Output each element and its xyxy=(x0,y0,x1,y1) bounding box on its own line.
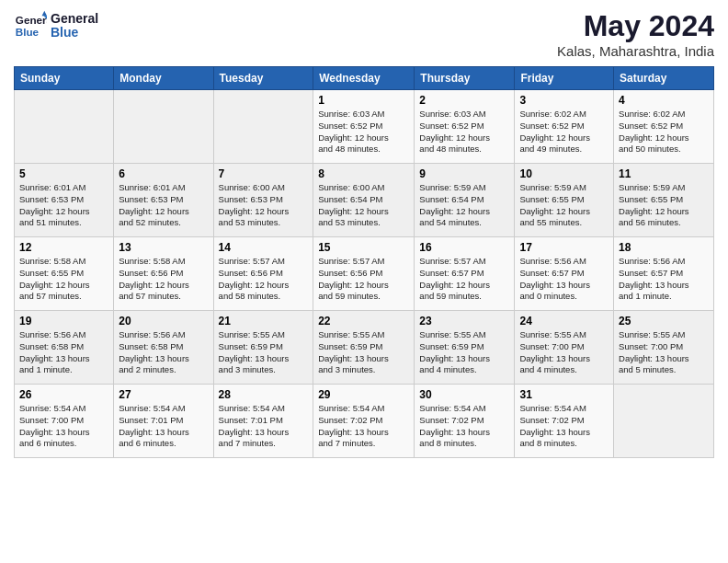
page-header: General Blue General Blue May 2024 Kalas… xyxy=(14,9,714,59)
day-number: 31 xyxy=(519,388,609,401)
day-number: 1 xyxy=(318,94,409,107)
page-subtitle: Kalas, Maharashtra, India xyxy=(557,43,714,59)
calendar-cell: 4Sunrise: 6:02 AM Sunset: 6:52 PM Daylig… xyxy=(614,90,714,164)
calendar-cell: 8Sunrise: 6:00 AM Sunset: 6:54 PM Daylig… xyxy=(313,164,415,237)
logo-icon: General Blue xyxy=(14,9,47,42)
calendar-cell: 27Sunrise: 5:54 AM Sunset: 7:01 PM Dayli… xyxy=(114,385,213,458)
calendar-cell: 6Sunrise: 6:01 AM Sunset: 6:53 PM Daylig… xyxy=(114,164,213,237)
calendar-cell: 11Sunrise: 5:59 AM Sunset: 6:55 PM Dayli… xyxy=(614,164,714,237)
day-info: Sunrise: 6:00 AM Sunset: 6:54 PM Dayligh… xyxy=(318,182,409,229)
day-info: Sunrise: 5:54 AM Sunset: 7:01 PM Dayligh… xyxy=(119,403,208,450)
logo: General Blue General Blue xyxy=(14,9,98,42)
day-number: 17 xyxy=(519,241,609,254)
day-number: 30 xyxy=(419,388,509,401)
day-number: 15 xyxy=(318,241,409,254)
day-number: 16 xyxy=(419,241,509,254)
logo-line2: Blue xyxy=(51,26,98,40)
day-number: 18 xyxy=(619,241,709,254)
day-info: Sunrise: 6:03 AM Sunset: 6:52 PM Dayligh… xyxy=(318,109,409,155)
day-info: Sunrise: 5:56 AM Sunset: 6:58 PM Dayligh… xyxy=(119,329,208,376)
day-info: Sunrise: 5:54 AM Sunset: 7:02 PM Dayligh… xyxy=(318,403,409,450)
day-info: Sunrise: 5:59 AM Sunset: 6:55 PM Dayligh… xyxy=(619,182,709,229)
day-info: Sunrise: 5:59 AM Sunset: 6:54 PM Dayligh… xyxy=(419,182,509,229)
day-number: 10 xyxy=(519,167,609,180)
column-header-tuesday: Tuesday xyxy=(213,67,313,90)
calendar-cell: 10Sunrise: 5:59 AM Sunset: 6:55 PM Dayli… xyxy=(515,164,614,237)
day-info: Sunrise: 5:54 AM Sunset: 7:01 PM Dayligh… xyxy=(219,403,309,450)
day-info: Sunrise: 5:54 AM Sunset: 7:02 PM Dayligh… xyxy=(519,403,609,450)
day-number: 14 xyxy=(219,241,309,254)
week-row-1: 1Sunrise: 6:03 AM Sunset: 6:52 PM Daylig… xyxy=(15,90,714,164)
calendar-cell: 2Sunrise: 6:03 AM Sunset: 6:52 PM Daylig… xyxy=(415,90,515,164)
day-number: 11 xyxy=(619,167,709,180)
day-number: 12 xyxy=(19,241,108,254)
column-header-thursday: Thursday xyxy=(415,67,515,90)
day-info: Sunrise: 6:01 AM Sunset: 6:53 PM Dayligh… xyxy=(119,182,208,229)
day-info: Sunrise: 5:59 AM Sunset: 6:55 PM Dayligh… xyxy=(519,182,609,229)
title-block: May 2024 Kalas, Maharashtra, India xyxy=(557,9,714,59)
day-info: Sunrise: 5:55 AM Sunset: 6:59 PM Dayligh… xyxy=(318,329,409,376)
day-number: 21 xyxy=(219,315,309,327)
calendar-cell: 13Sunrise: 5:58 AM Sunset: 6:56 PM Dayli… xyxy=(114,237,213,311)
calendar-cell: 1Sunrise: 6:03 AM Sunset: 6:52 PM Daylig… xyxy=(313,90,415,164)
calendar-cell: 19Sunrise: 5:56 AM Sunset: 6:58 PM Dayli… xyxy=(15,311,114,385)
calendar-cell: 21Sunrise: 5:55 AM Sunset: 6:59 PM Dayli… xyxy=(213,311,313,385)
week-row-4: 19Sunrise: 5:56 AM Sunset: 6:58 PM Dayli… xyxy=(15,311,714,385)
week-row-5: 26Sunrise: 5:54 AM Sunset: 7:00 PM Dayli… xyxy=(15,385,714,458)
day-number: 29 xyxy=(318,388,409,401)
day-number: 3 xyxy=(519,94,609,107)
calendar-cell xyxy=(114,90,213,164)
day-info: Sunrise: 5:55 AM Sunset: 6:59 PM Dayligh… xyxy=(419,329,509,376)
calendar-cell: 17Sunrise: 5:56 AM Sunset: 6:57 PM Dayli… xyxy=(515,237,614,311)
calendar-cell: 31Sunrise: 5:54 AM Sunset: 7:02 PM Dayli… xyxy=(515,385,614,458)
day-info: Sunrise: 5:56 AM Sunset: 6:58 PM Dayligh… xyxy=(19,329,108,376)
calendar-cell xyxy=(213,90,313,164)
day-info: Sunrise: 5:55 AM Sunset: 7:00 PM Dayligh… xyxy=(619,329,709,376)
column-header-monday: Monday xyxy=(114,67,213,90)
calendar-cell xyxy=(614,385,714,458)
column-header-friday: Friday xyxy=(515,67,614,90)
calendar-cell: 9Sunrise: 5:59 AM Sunset: 6:54 PM Daylig… xyxy=(415,164,515,237)
calendar-cell: 25Sunrise: 5:55 AM Sunset: 7:00 PM Dayli… xyxy=(614,311,714,385)
day-number: 25 xyxy=(619,315,709,327)
calendar-cell xyxy=(15,90,114,164)
calendar-cell: 14Sunrise: 5:57 AM Sunset: 6:56 PM Dayli… xyxy=(213,237,313,311)
day-number: 5 xyxy=(19,167,108,180)
day-info: Sunrise: 5:54 AM Sunset: 7:00 PM Dayligh… xyxy=(19,403,108,450)
calendar-cell: 12Sunrise: 5:58 AM Sunset: 6:55 PM Dayli… xyxy=(15,237,114,311)
calendar-cell: 3Sunrise: 6:02 AM Sunset: 6:52 PM Daylig… xyxy=(515,90,614,164)
day-info: Sunrise: 6:00 AM Sunset: 6:53 PM Dayligh… xyxy=(219,182,309,229)
day-number: 8 xyxy=(318,167,409,180)
calendar-table: SundayMondayTuesdayWednesdayThursdayFrid… xyxy=(14,66,714,458)
day-info: Sunrise: 6:03 AM Sunset: 6:52 PM Dayligh… xyxy=(419,109,509,155)
column-header-sunday: Sunday xyxy=(15,67,114,90)
calendar-cell: 15Sunrise: 5:57 AM Sunset: 6:56 PM Dayli… xyxy=(313,237,415,311)
column-header-saturday: Saturday xyxy=(614,67,714,90)
day-number: 28 xyxy=(219,388,309,401)
day-info: Sunrise: 6:02 AM Sunset: 6:52 PM Dayligh… xyxy=(519,109,609,155)
day-number: 19 xyxy=(19,315,108,327)
day-info: Sunrise: 5:56 AM Sunset: 6:57 PM Dayligh… xyxy=(619,256,709,303)
calendar-cell: 28Sunrise: 5:54 AM Sunset: 7:01 PM Dayli… xyxy=(213,385,313,458)
day-info: Sunrise: 5:57 AM Sunset: 6:56 PM Dayligh… xyxy=(219,256,309,303)
day-info: Sunrise: 5:57 AM Sunset: 6:56 PM Dayligh… xyxy=(318,256,409,303)
calendar-cell: 23Sunrise: 5:55 AM Sunset: 6:59 PM Dayli… xyxy=(415,311,515,385)
day-number: 4 xyxy=(619,94,709,107)
day-info: Sunrise: 5:57 AM Sunset: 6:57 PM Dayligh… xyxy=(419,256,509,303)
day-number: 26 xyxy=(19,388,108,401)
day-info: Sunrise: 5:56 AM Sunset: 6:57 PM Dayligh… xyxy=(519,256,609,303)
day-number: 2 xyxy=(419,94,509,107)
day-number: 20 xyxy=(119,315,208,327)
calendar-cell: 24Sunrise: 5:55 AM Sunset: 7:00 PM Dayli… xyxy=(515,311,614,385)
calendar-cell: 29Sunrise: 5:54 AM Sunset: 7:02 PM Dayli… xyxy=(313,385,415,458)
day-number: 6 xyxy=(119,167,208,180)
day-number: 24 xyxy=(519,315,609,327)
calendar-cell: 16Sunrise: 5:57 AM Sunset: 6:57 PM Dayli… xyxy=(415,237,515,311)
svg-text:Blue: Blue xyxy=(16,26,40,38)
calendar-cell: 30Sunrise: 5:54 AM Sunset: 7:02 PM Dayli… xyxy=(415,385,515,458)
day-info: Sunrise: 5:58 AM Sunset: 6:55 PM Dayligh… xyxy=(19,256,108,303)
logo-line1: General xyxy=(51,12,98,26)
day-info: Sunrise: 5:55 AM Sunset: 6:59 PM Dayligh… xyxy=(219,329,309,376)
day-info: Sunrise: 5:55 AM Sunset: 7:00 PM Dayligh… xyxy=(519,329,609,376)
calendar-cell: 5Sunrise: 6:01 AM Sunset: 6:53 PM Daylig… xyxy=(15,164,114,237)
